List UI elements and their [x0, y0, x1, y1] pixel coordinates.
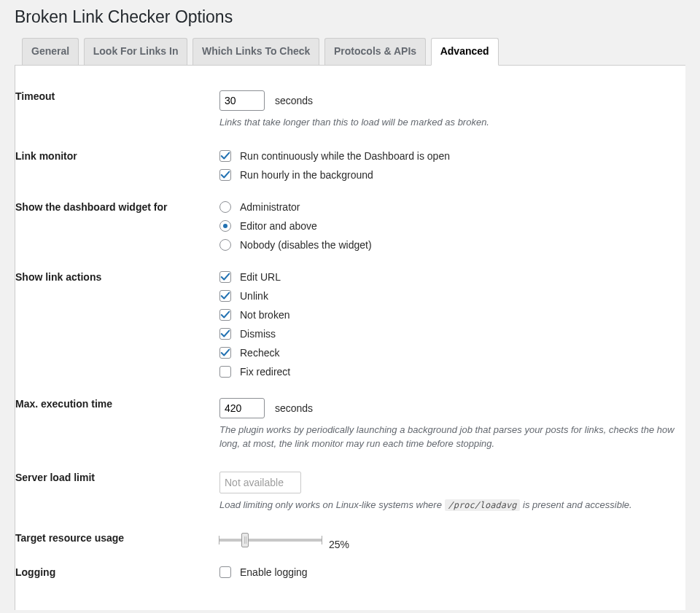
timeout-unit: seconds [275, 95, 313, 106]
dashboard-widget-editor-label: Editor and above [240, 220, 317, 232]
server-load-input [219, 472, 301, 493]
dashboard-widget-label: Show the dashboard widget for [15, 191, 219, 261]
target-resource-slider[interactable]: 25% [219, 534, 349, 546]
tab-which-links-to-check[interactable]: Which Links To Check [192, 38, 319, 65]
link-monitor-continuous-checkbox[interactable] [219, 150, 231, 162]
link-action-recheck-checkbox[interactable] [219, 347, 231, 359]
dashboard-widget-administrator-label: Administrator [240, 201, 300, 213]
link-action-dismiss-checkbox[interactable] [219, 328, 231, 340]
timeout-description: Links that take longer than this to load… [219, 115, 678, 130]
dashboard-widget-nobody-radio[interactable] [219, 239, 231, 251]
max-exec-label: Max. execution time [15, 388, 219, 461]
link-action-dismiss-label: Dismiss [240, 328, 276, 340]
tab-advanced[interactable]: Advanced [431, 38, 499, 66]
server-load-desc-pre: Load limiting only works on Linux-like s… [219, 499, 445, 510]
tab-general[interactable]: General [22, 38, 79, 65]
link-action-recheck-label: Recheck [240, 347, 279, 359]
dashboard-widget-administrator-radio[interactable] [219, 201, 231, 213]
max-exec-unit: seconds [275, 402, 313, 414]
link-action-fix-redirect-label: Fix redirect [240, 366, 290, 378]
target-resource-label: Target resource usage [15, 522, 219, 556]
check-icon [220, 348, 230, 358]
link-action-unlink-label: Unlink [240, 290, 268, 302]
logging-enable-checkbox[interactable] [219, 566, 231, 578]
advanced-panel: Timeout seconds Links that take longer t… [15, 66, 685, 610]
tab-look-for-links-in[interactable]: Look For Links In [84, 38, 188, 65]
logging-label: Logging [15, 556, 219, 588]
link-action-not-broken-label: Not broken [240, 309, 289, 321]
max-exec-input[interactable] [219, 398, 265, 418]
server-load-path-code: /proc/loadavg [445, 499, 521, 511]
target-resource-value: 25% [329, 539, 349, 550]
link-action-not-broken-checkbox[interactable] [219, 309, 231, 321]
timeout-label: Timeout [15, 80, 219, 140]
slider-thumb[interactable] [241, 533, 249, 547]
check-icon [220, 310, 230, 320]
logging-enable-label: Enable logging [240, 566, 308, 578]
link-monitor-hourly-checkbox[interactable] [219, 169, 231, 181]
link-action-fix-redirect-checkbox[interactable] [219, 366, 231, 378]
page-title: Broken Link Checker Options [15, 7, 685, 27]
link-action-edit-url-label: Edit URL [240, 271, 281, 283]
link-action-unlink-checkbox[interactable] [219, 290, 231, 302]
dashboard-widget-nobody-label: Nobody (disables the widget) [240, 239, 372, 251]
link-monitor-hourly-label: Run hourly in the background [240, 169, 373, 181]
dashboard-widget-editor-radio[interactable] [219, 220, 231, 232]
check-icon [220, 170, 230, 180]
link-monitor-label: Link monitor [15, 140, 219, 191]
server-load-desc-post: is present and accessible. [523, 499, 632, 510]
check-icon [220, 291, 230, 301]
link-monitor-continuous-label: Run continuously while the Dashboard is … [240, 150, 450, 162]
server-load-label: Server load limit [15, 461, 219, 523]
check-icon [220, 272, 230, 282]
timeout-input[interactable] [219, 90, 265, 111]
max-exec-description: The plugin works by periodically launchi… [219, 423, 678, 451]
server-load-description: Load limiting only works on Linux-like s… [219, 498, 678, 512]
tab-protocols-apis[interactable]: Protocols & APIs [324, 38, 426, 65]
link-actions-label: Show link actions [15, 261, 219, 388]
check-icon [220, 151, 230, 161]
link-action-edit-url-checkbox[interactable] [219, 271, 231, 283]
slider-track[interactable] [219, 539, 322, 542]
tabs-wrapper: General Look For Links In Which Links To… [15, 37, 685, 66]
check-icon [220, 329, 230, 339]
